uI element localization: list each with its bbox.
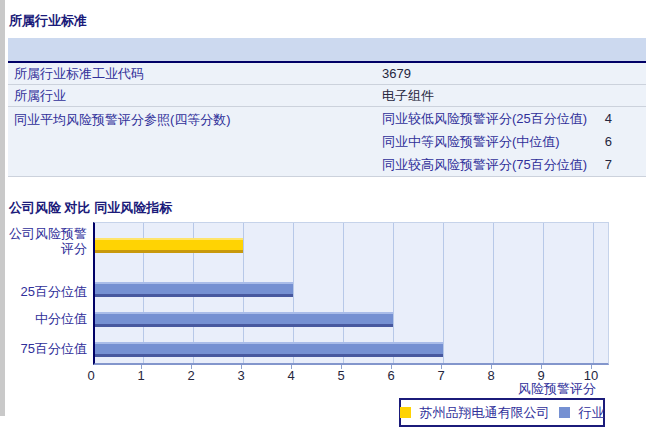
gridline-x-10 bbox=[593, 223, 594, 363]
row-value: 3679 bbox=[376, 66, 411, 81]
report-page: 所属行业标准 所属行业标准工业代码 3679 所属行业 电子组件 同业平均风险预… bbox=[0, 0, 653, 433]
table-row: 所属行业 电子组件 bbox=[8, 85, 646, 107]
tick-label-6: 6 bbox=[371, 368, 411, 383]
chart-x-axis-label: 风险预警评分 bbox=[518, 380, 596, 398]
chart-plot bbox=[93, 222, 609, 365]
row-label: 所属行业 bbox=[8, 87, 376, 105]
legend-series-name: 行业 bbox=[579, 404, 605, 422]
tick-label-8: 8 bbox=[471, 368, 511, 383]
gridline-x-7 bbox=[443, 223, 444, 363]
group-subrows: 同业较低风险预警评分(25百分位值) 4 同业中等风险预警评分(中位值) 6 同… bbox=[376, 107, 646, 176]
table-subrow: 同业较高风险预警评分(75百分位值) 7 bbox=[376, 153, 646, 176]
table-subrow: 同业中等风险预警评分(中位值) 6 bbox=[376, 130, 646, 153]
table-row-group: 同业平均风险预警评分参照(四等分数) 同业较低风险预警评分(25百分位值) 4 … bbox=[8, 107, 646, 177]
table-subrow: 同业较低风险预警评分(25百分位值) 4 bbox=[376, 107, 646, 130]
gridline-x-8 bbox=[493, 223, 494, 363]
subrow-value: 6 bbox=[605, 134, 646, 149]
legend-series-name: 苏州品翔电通有限公司 bbox=[420, 404, 550, 422]
legend-swatch bbox=[559, 407, 570, 418]
tick-label-4: 4 bbox=[271, 368, 311, 383]
tick-label-2: 2 bbox=[171, 368, 211, 383]
subrow-label: 同业较高风险预警评分(75百分位值) bbox=[376, 156, 587, 174]
chart-legend: 苏州品翔电通有限公司行业 bbox=[399, 398, 605, 427]
tick-label-0: 0 bbox=[71, 368, 111, 383]
row-value: 电子组件 bbox=[376, 87, 434, 105]
category-label: 75百分位值 bbox=[0, 341, 87, 356]
subrow-label: 同业较低风险预警评分(25百分位值) bbox=[376, 110, 587, 128]
category-label: 公司风险预警评分 bbox=[0, 226, 87, 256]
tick-label-1: 1 bbox=[121, 368, 161, 383]
subrow-label: 同业中等风险预警评分(中位值) bbox=[376, 133, 560, 151]
bar-公司风险预警评分 bbox=[95, 238, 243, 253]
row-label: 所属行业标准工业代码 bbox=[8, 65, 376, 83]
gridline-x-9 bbox=[543, 223, 544, 363]
bar-中分位值 bbox=[95, 312, 393, 327]
group-row-label: 同业平均风险预警评分参照(四等分数) bbox=[8, 107, 376, 129]
bar-25百分位值 bbox=[95, 282, 293, 297]
category-label: 25百分位值 bbox=[0, 284, 87, 299]
tick-label-7: 7 bbox=[421, 368, 461, 383]
table-header-band bbox=[8, 38, 646, 63]
risk-chart-title: 公司风险 对比 同业风险指标 bbox=[9, 199, 172, 217]
industry-standard-title: 所属行业标准 bbox=[9, 12, 87, 30]
table-row: 所属行业标准工业代码 3679 bbox=[8, 63, 646, 85]
bar-75百分位值 bbox=[95, 342, 443, 357]
tick-label-3: 3 bbox=[221, 368, 261, 383]
subrow-value: 4 bbox=[605, 111, 646, 126]
subrow-value: 7 bbox=[605, 157, 646, 172]
category-label: 中分位值 bbox=[0, 311, 87, 326]
industry-standard-table: 所属行业标准工业代码 3679 所属行业 电子组件 同业平均风险预警评分参照(四… bbox=[8, 38, 646, 177]
legend-swatch bbox=[400, 407, 411, 418]
tick-label-5: 5 bbox=[321, 368, 361, 383]
